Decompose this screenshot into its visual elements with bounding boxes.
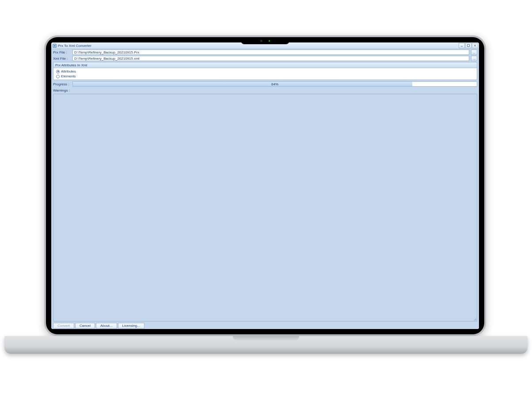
svg-line-7 [475, 319, 476, 321]
warnings-panel [53, 94, 477, 321]
prx-file-input[interactable] [72, 50, 469, 55]
radio-attributes-row[interactable]: Attributes [56, 69, 474, 74]
close-button[interactable] [472, 43, 478, 48]
cancel-button[interactable]: Cancel [75, 323, 95, 329]
xml-file-row: Xml File : ... [51, 55, 479, 61]
progress-label: Progress : [53, 82, 71, 86]
screen-bezel: Prx To Xml Converter Prx File : ... [46, 37, 484, 334]
app-icon [52, 43, 57, 48]
licensing-button[interactable]: Licensing... [118, 323, 144, 329]
warnings-textarea[interactable] [53, 94, 477, 321]
svg-rect-1 [53, 45, 55, 46]
radio-attributes-label: Attributes [61, 69, 76, 73]
laptop-base [4, 336, 528, 354]
xml-file-input[interactable] [72, 56, 469, 61]
warnings-label: Warnings : [51, 88, 479, 93]
resize-grip-icon[interactable] [473, 317, 476, 321]
radio-elements-row[interactable]: Elements [56, 74, 474, 79]
about-button[interactable]: About... [96, 323, 117, 329]
radio-elements-label: Elements [61, 74, 76, 78]
laptop-frame: Prx To Xml Converter Prx File : ... [44, 35, 486, 336]
window-title: Prx To Xml Converter [58, 44, 91, 48]
progress-bar: 84% [72, 81, 477, 87]
radio-attributes[interactable] [56, 70, 60, 73]
camera-dot-icon [260, 40, 262, 42]
radio-elements[interactable] [56, 75, 60, 78]
svg-rect-3 [467, 45, 470, 47]
minimize-button[interactable] [459, 43, 465, 48]
window-controls [459, 43, 478, 48]
app-window: Prx To Xml Converter Prx File : ... [51, 42, 479, 329]
convert-button[interactable]: Convert [53, 323, 74, 329]
progress-row: Progress : 84% [51, 80, 479, 88]
xml-file-label: Xml File : [53, 57, 71, 61]
footer-bar: Convert Cancel About... Licensing... [51, 322, 479, 329]
svg-line-8 [475, 320, 476, 321]
attributes-group-title: Prx Attributes In Xml [53, 62, 477, 68]
prx-file-row: Prx File : ... [51, 49, 479, 55]
attributes-group: Prx Attributes In Xml Attributes Element… [53, 62, 477, 80]
display-notch [241, 37, 289, 44]
progress-text: 84% [73, 82, 477, 86]
prx-file-label: Prx File : [53, 50, 71, 54]
maximize-button[interactable] [465, 43, 471, 48]
laptop-hinge-notch [233, 336, 299, 341]
attributes-group-body: Attributes Elements [53, 68, 477, 80]
prx-browse-button[interactable]: ... [471, 50, 477, 55]
xml-browse-button[interactable]: ... [471, 56, 477, 61]
camera-led-icon [269, 40, 270, 42]
